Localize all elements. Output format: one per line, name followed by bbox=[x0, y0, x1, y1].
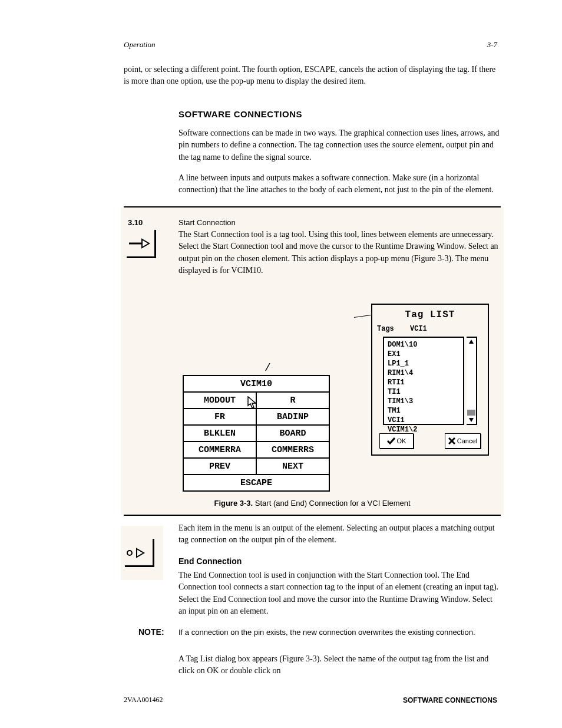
tags-value: VCI1 bbox=[410, 325, 427, 333]
ok-button[interactable]: OK bbox=[379, 433, 414, 449]
section1-para1: Software connections can be made in two … bbox=[178, 127, 501, 163]
figure-area-3-3: 3.10 Start Connection The Start Connecti… bbox=[121, 207, 504, 515]
menu-item-modout[interactable]: MODOUT bbox=[183, 392, 256, 409]
end-connection-icon bbox=[125, 538, 154, 567]
list-item[interactable]: TIM1\3 bbox=[388, 397, 459, 406]
svg-marker-1 bbox=[142, 239, 149, 248]
svg-marker-3 bbox=[469, 340, 474, 344]
list-item[interactable]: TI1 bbox=[388, 387, 459, 397]
svg-point-5 bbox=[127, 551, 132, 555]
intro-paragraph: point, or selecting a different point. T… bbox=[124, 64, 501, 88]
slash-mark: / bbox=[265, 362, 271, 374]
scroll-thumb[interactable] bbox=[467, 410, 475, 416]
fig311-para2: A Tag List dialog box appears (Figure 3-… bbox=[178, 653, 501, 677]
dialog-title: Tag LIST bbox=[377, 309, 483, 320]
menu-item-blklen[interactable]: BLKLEN bbox=[183, 425, 256, 442]
footer-title: SOFTWARE CONNECTIONS bbox=[403, 696, 497, 704]
cursor-icon bbox=[247, 396, 258, 409]
list-item[interactable]: EX1 bbox=[388, 350, 459, 359]
check-icon bbox=[387, 437, 395, 444]
vcim-menu[interactable]: VCIM10 MODOUT R FR BADINP BLKLEN BOARD C… bbox=[183, 375, 330, 492]
list-item[interactable]: DOM1\10 bbox=[388, 340, 459, 350]
tags-label: Tags bbox=[377, 325, 394, 333]
para-after-menu: Each item in the menu is an output of th… bbox=[178, 522, 501, 546]
menu-item-next[interactable]: NEXT bbox=[256, 458, 329, 475]
fig311-label: End Connection bbox=[178, 556, 242, 566]
menu-item-fr[interactable]: FR bbox=[183, 409, 256, 425]
list-item[interactable]: TM1 bbox=[388, 406, 459, 416]
tag-list-dialog[interactable]: Tag LIST Tags VCI1 DOM1\10 EX1 LP1_1 RIM… bbox=[371, 304, 489, 456]
svg-marker-6 bbox=[137, 549, 144, 557]
x-icon bbox=[448, 437, 455, 444]
footer-code: 2VAA001462 bbox=[124, 696, 163, 704]
list-item[interactable]: LP1_1 bbox=[388, 359, 459, 368]
scroll-down-icon[interactable] bbox=[467, 416, 475, 424]
menu-item-escape[interactable]: ESCAPE bbox=[183, 475, 329, 491]
fig310-number: 3.10 bbox=[128, 218, 143, 227]
menu-item-commerra[interactable]: COMMERRA bbox=[183, 442, 256, 458]
menu-item-prev[interactable]: PREV bbox=[183, 458, 256, 475]
page-header: Operation bbox=[124, 40, 155, 50]
menu-item-board[interactable]: BOARD bbox=[256, 425, 329, 442]
fig310-label: Start Connection bbox=[178, 218, 236, 227]
start-connection-icon bbox=[127, 229, 156, 258]
scrollbar[interactable] bbox=[467, 337, 477, 425]
figure-caption: Figure 3-3. Start (and End) Connection f… bbox=[121, 499, 504, 508]
fig310-para: The Start Connection tool is a tag tool.… bbox=[178, 229, 500, 276]
menu-item-commerrs[interactable]: COMMERRS bbox=[256, 442, 329, 458]
list-item[interactable]: RTI1 bbox=[388, 378, 459, 387]
separator bbox=[124, 515, 501, 516]
svg-marker-4 bbox=[469, 418, 474, 422]
section1-para2: A line between inputs and outputs makes … bbox=[178, 172, 501, 196]
list-item[interactable]: VCIM1\2 bbox=[388, 425, 459, 434]
tag-listbox[interactable]: DOM1\10 EX1 LP1_1 RIM1\4 RTI1 TI1 TIM1\3… bbox=[383, 337, 464, 425]
menu-item-r[interactable]: R bbox=[256, 392, 329, 409]
section-title-software-connections: SOFTWARE CONNECTIONS bbox=[178, 109, 302, 119]
scroll-up-icon[interactable] bbox=[467, 338, 475, 346]
list-item[interactable]: RIM1\4 bbox=[388, 368, 459, 378]
list-item[interactable]: VCI1 bbox=[388, 416, 459, 425]
page-number: 3-7 bbox=[487, 40, 497, 50]
note-label: NOTE: bbox=[138, 627, 164, 637]
menu-item-badinp[interactable]: BADINP bbox=[256, 409, 329, 425]
svg-marker-2 bbox=[248, 397, 256, 408]
note-body: If a connection on the pin exists, the n… bbox=[178, 627, 501, 638]
menu-title: VCIM10 bbox=[183, 375, 329, 392]
fig311-para1: The End Connection tool is used in conju… bbox=[178, 569, 501, 617]
cancel-button[interactable]: Cancel bbox=[445, 433, 481, 449]
